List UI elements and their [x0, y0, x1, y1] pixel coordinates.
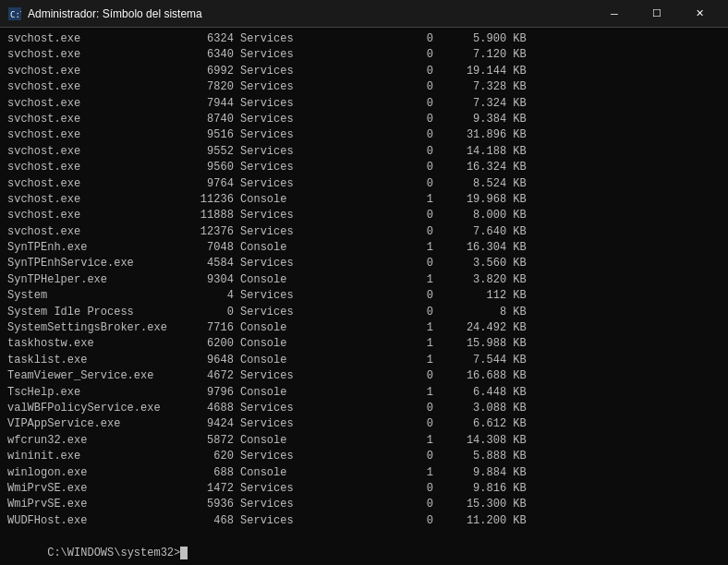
table-row: System Idle Process 0 Services 0 8 KB — [7, 305, 721, 320]
titlebar-buttons: ─ ☐ ✕ — [593, 0, 721, 28]
maximize-button[interactable]: ☐ — [636, 0, 678, 28]
table-row: TscHelp.exe 9796 Console 1 6.448 KB — [7, 385, 721, 401]
table-row: taskhostw.exe 6200 Console 1 15.988 KB — [7, 336, 721, 352]
table-row: wininit.exe 620 Services 0 5.888 KB — [7, 449, 721, 464]
table-row: TeamViewer_Service.exe 4672 Services 0 1… — [7, 368, 721, 384]
table-row: SynTPEnh.exe 7048 Console 1 16.304 KB — [7, 240, 721, 256]
table-row: svchost.exe 11888 Services 0 8.000 KB — [7, 208, 721, 223]
table-row: svchost.exe 7944 Services 0 7.324 KB — [7, 96, 721, 112]
table-row: svchost.exe 9516 Services 0 31.896 KB — [7, 127, 721, 143]
table-row: svchost.exe 7820 Services 0 7.328 KB — [7, 79, 721, 95]
table-row: svchost.exe 6992 Services 0 19.144 KB — [7, 64, 721, 79]
table-row: svchost.exe 6340 Services 0 7.120 KB — [7, 47, 721, 63]
terminal-body: svchost.exe 6324 Services 0 5.900 KBsvch… — [0, 28, 728, 565]
table-row: svchost.exe 11236 Console 1 19.968 KB — [7, 192, 721, 208]
window: C:\ Administrador: Símbolo del sistema ─… — [0, 0, 728, 565]
table-row: WmiPrvSE.exe 1472 Services 0 9.816 KB — [7, 481, 721, 497]
minimize-button[interactable]: ─ — [593, 0, 636, 28]
table-row: VIPAppService.exe 9424 Services 0 6.612 … — [7, 416, 721, 432]
table-row: tasklist.exe 9648 Console 1 7.544 KB — [7, 353, 721, 368]
prompt-line: C:\WINDOWS\system32> — [7, 529, 721, 565]
svg-text:C:\: C:\ — [10, 10, 21, 19]
close-button[interactable]: ✕ — [678, 0, 721, 28]
table-row: WmiPrvSE.exe 5936 Services 0 15.300 KB — [7, 497, 721, 512]
prompt-text: C:\WINDOWS\system32> — [47, 547, 180, 559]
table-row: SynTPHelper.exe 9304 Console 1 3.820 KB — [7, 272, 721, 288]
table-row: svchost.exe 6324 Services 0 5.900 KB — [7, 31, 721, 47]
table-row: svchost.exe 12376 Services 0 7.640 KB — [7, 224, 721, 240]
window-title: Administrador: Símbolo del sistema — [28, 7, 593, 20]
table-row: svchost.exe 8740 Services 0 9.384 KB — [7, 112, 721, 127]
table-row: winlogon.exe 688 Console 1 9.884 KB — [7, 465, 721, 481]
cmd-icon: C:\ — [7, 6, 22, 21]
table-row: WUDFHost.exe 468 Services 0 11.200 KB — [7, 513, 721, 529]
table-row: SystemSettingsBroker.exe 7716 Console 1 … — [7, 320, 721, 336]
cursor — [180, 547, 188, 559]
table-row: System 4 Services 0 112 KB — [7, 288, 721, 304]
table-row: valWBFPolicyService.exe 4688 Services 0 … — [7, 401, 721, 416]
table-row: svchost.exe 9764 Services 0 8.524 KB — [7, 176, 721, 192]
table-row: wfcrun32.exe 5872 Console 1 14.308 KB — [7, 433, 721, 449]
terminal-output: svchost.exe 6324 Services 0 5.900 KBsvch… — [7, 31, 721, 529]
titlebar: C:\ Administrador: Símbolo del sistema ─… — [0, 0, 728, 28]
table-row: svchost.exe 9552 Services 0 14.188 KB — [7, 144, 721, 160]
table-row: SynTPEnhService.exe 4584 Services 0 3.56… — [7, 256, 721, 271]
table-row: svchost.exe 9560 Services 0 16.324 KB — [7, 160, 721, 175]
